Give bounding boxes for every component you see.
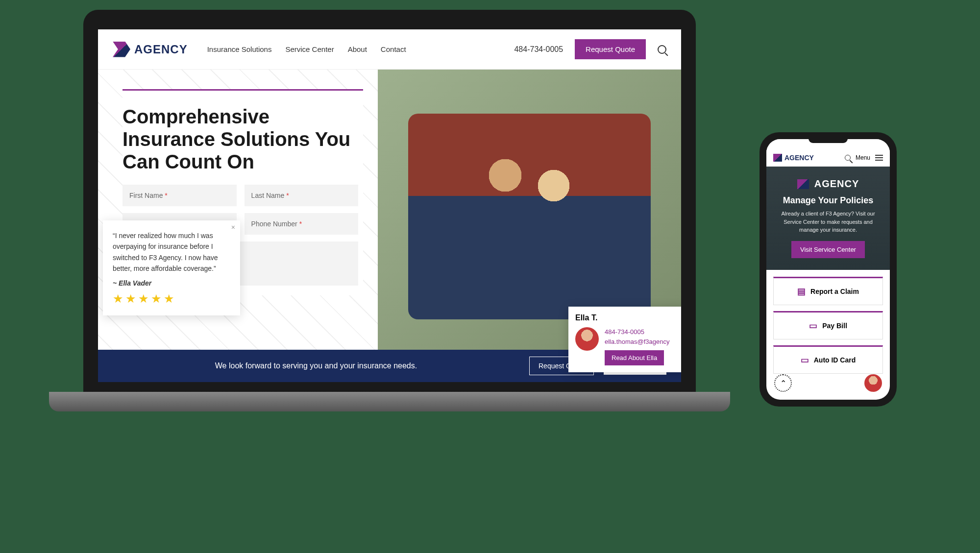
hero-title: Comprehensive Insurance Solutions You Ca… xyxy=(122,105,358,173)
testimonial-author: ~ Ella Vader xyxy=(113,279,230,287)
search-icon[interactable] xyxy=(658,45,666,54)
laptop-frame: AGENCY Insurance Solutions Service Cente… xyxy=(83,10,696,392)
testimonial-popup: × “I never realized how much I was overp… xyxy=(103,220,240,315)
mobile-header: AGENCY Menu xyxy=(766,139,890,167)
hero-left: Comprehensive Insurance Solutions You Ca… xyxy=(98,70,378,363)
chat-avatar[interactable] xyxy=(864,374,882,392)
scroll-top-button[interactable]: ⌃ xyxy=(774,374,792,392)
star-icon: ★ xyxy=(138,292,149,306)
money-icon: ▭ xyxy=(809,320,817,331)
mobile-logo-text[interactable]: AGENCY xyxy=(784,154,814,162)
logo-text: AGENCY xyxy=(134,43,188,56)
first-name-input[interactable]: First Name * xyxy=(122,185,237,206)
phone-input[interactable]: Phone Number * xyxy=(245,213,359,235)
agent-phone[interactable]: 484-734-0005 xyxy=(605,327,679,337)
mobile-hero-logo: AGENCY xyxy=(814,178,859,190)
star-icon: ★ xyxy=(113,292,123,306)
report-claim-item[interactable]: ▤ Report a Claim xyxy=(773,277,883,305)
nav-about[interactable]: About xyxy=(348,45,367,53)
laptop-screen: AGENCY Insurance Solutions Service Cente… xyxy=(98,29,681,382)
logo-icon xyxy=(773,154,782,162)
agent-email[interactable]: ella.thomas@f3agency xyxy=(605,337,679,347)
testimonial-text: “I never realized how much I was overpay… xyxy=(113,230,230,274)
logo-icon xyxy=(797,179,809,189)
footer-text: We look forward to serving you and your … xyxy=(113,361,519,370)
agent-card: Ella T. 484-734-0005 ella.thomas@f3agenc… xyxy=(568,307,681,372)
main-nav: Insurance Solutions Service Center About… xyxy=(207,45,406,53)
hamburger-icon[interactable] xyxy=(875,155,883,161)
search-icon[interactable] xyxy=(845,155,851,161)
phone-notch xyxy=(808,134,848,143)
phone-frame: AGENCY Menu AGENCY Manage Your Policies … xyxy=(760,132,897,407)
header-right: 484-734-0005 Request Quote xyxy=(514,39,666,59)
nav-service[interactable]: Service Center xyxy=(285,45,334,53)
laptop-base xyxy=(49,392,730,411)
star-icon: ★ xyxy=(125,292,136,306)
logo[interactable]: AGENCY xyxy=(113,42,188,57)
action-list: ▤ Report a Claim ▭ Pay Bill ▭ Auto ID Ca… xyxy=(766,270,890,381)
pay-bill-item[interactable]: ▭ Pay Bill xyxy=(773,311,883,339)
request-quote-button[interactable]: Request Quote xyxy=(575,39,646,59)
agent-name: Ella T. xyxy=(575,313,679,322)
star-icon: ★ xyxy=(151,292,162,306)
star-icon: ★ xyxy=(164,292,174,306)
clipboard-icon: ▤ xyxy=(797,286,806,297)
mobile-hero-title: Manage Your Policies xyxy=(774,195,882,206)
last-name-input[interactable]: Last Name * xyxy=(245,185,359,206)
read-about-button[interactable]: Read About Ella xyxy=(605,350,664,365)
rating-stars: ★ ★ ★ ★ ★ xyxy=(113,292,230,306)
mobile-hero-subtitle: Already a client of F3 Agency? Visit our… xyxy=(774,210,882,234)
site-header: AGENCY Insurance Solutions Service Cente… xyxy=(98,29,681,70)
card-icon: ▭ xyxy=(801,355,809,365)
nav-insurance[interactable]: Insurance Solutions xyxy=(207,45,272,53)
visit-service-button[interactable]: Visit Service Center xyxy=(791,241,865,258)
header-phone[interactable]: 484-734-0005 xyxy=(514,45,563,54)
menu-label[interactable]: Menu xyxy=(856,154,870,161)
nav-contact[interactable]: Contact xyxy=(381,45,406,53)
chevron-up-icon: ⌃ xyxy=(780,379,786,388)
mobile-hero: AGENCY Manage Your Policies Already a cl… xyxy=(766,167,890,270)
phone-screen: AGENCY Menu AGENCY Manage Your Policies … xyxy=(766,139,890,400)
close-icon[interactable]: × xyxy=(231,223,235,231)
auto-id-item[interactable]: ▭ Auto ID Card xyxy=(773,345,883,374)
agent-avatar xyxy=(575,327,599,351)
logo-icon xyxy=(113,42,130,57)
